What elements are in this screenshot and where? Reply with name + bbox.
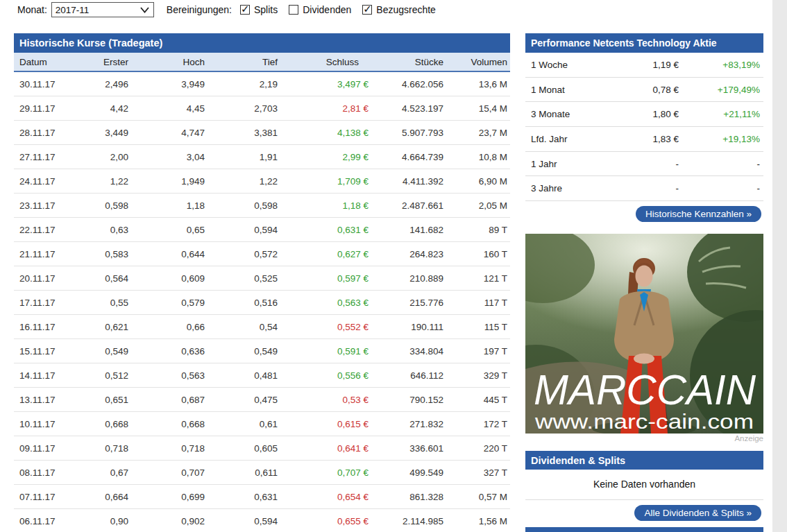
- performance-value: -: [599, 159, 679, 169]
- cell-stuecke: 215.776: [369, 298, 443, 308]
- cell-erster: 0,583: [66, 249, 128, 259]
- cell-hoch: 0,902: [128, 516, 205, 526]
- performance-period-label: 1 Jahr: [531, 159, 599, 169]
- ad-illustration: MARCCAIN www.marc-cain.com: [525, 234, 763, 434]
- cell-schluss: 0,655 €: [278, 516, 369, 526]
- column-header-tief: Tief: [205, 57, 278, 67]
- cell-schluss: 0,556 €: [278, 370, 369, 381]
- cell-datum: 17.11.17: [14, 298, 66, 308]
- table-row: 14.11.170,5120,5630,4810,556 €646.112329…: [14, 363, 510, 388]
- cell-datum: 14.11.17: [14, 370, 66, 381]
- cell-volumen: 89 T: [443, 225, 507, 235]
- performance-panel: Performance Netcents Technology Aktie 1 …: [525, 33, 763, 222]
- performance-percent: -: [679, 159, 760, 169]
- performance-period-label: 1 Monat: [531, 85, 599, 95]
- cell-schluss: 0,654 €: [278, 492, 369, 502]
- cell-volumen: 220 T: [443, 443, 507, 454]
- checkbox-dividenden[interactable]: Dividenden: [289, 4, 351, 15]
- performance-value: 1,83 €: [599, 134, 679, 144]
- cell-schluss: 0,641 €: [278, 443, 369, 454]
- cell-datum: 07.11.17: [14, 492, 66, 502]
- cell-datum: 21.11.17: [14, 249, 66, 259]
- table-row: 10.11.170,6680,6680,610,615 €271.832172 …: [14, 412, 510, 436]
- table-row: 16.11.170,6210,660,540,552 €190.111115 T: [14, 315, 510, 339]
- checkbox-unchecked-icon[interactable]: [289, 5, 298, 15]
- table-row: 09.11.170,7180,7180,6050,641 €336.601220…: [14, 436, 510, 461]
- cell-datum: 27.11.17: [14, 152, 66, 162]
- cell-erster: 0,90: [66, 516, 128, 526]
- cell-datum: 16.11.17: [14, 322, 66, 332]
- cell-schluss: 3,497 €: [278, 79, 369, 89]
- monat-select[interactable]: 2017-11: [51, 2, 154, 17]
- performance-percent: +179,49%: [679, 85, 760, 95]
- cell-volumen: 445 T: [443, 395, 507, 405]
- cell-tief: 0,594: [205, 516, 278, 526]
- monat-select-value: 2017-11: [56, 5, 90, 15]
- cell-stuecke: 264.823: [369, 249, 443, 259]
- cell-schluss: 2,81 €: [278, 103, 369, 114]
- cell-tief: 0,61: [205, 419, 278, 429]
- performance-title: Performance Netcents Technology Aktie: [525, 33, 763, 53]
- performance-period-label: 3 Jahre: [531, 183, 599, 194]
- column-header-hoch: Hoch: [128, 57, 205, 67]
- performance-period-label: 3 Monate: [531, 109, 599, 119]
- cell-stuecke: 5.907.793: [369, 128, 443, 138]
- cell-stuecke: 790.152: [369, 395, 443, 405]
- cell-tief: 0,572: [205, 249, 278, 259]
- checkbox-group: SplitsDividendenBezugsrechte: [240, 4, 447, 15]
- table-body: 30.11.172,4963,9492,193,497 €4.662.05613…: [14, 72, 510, 532]
- cell-stuecke: 861.328: [369, 492, 443, 502]
- cell-hoch: 3,04: [128, 152, 205, 162]
- cell-tief: 0,525: [205, 273, 278, 284]
- checkbox-checked-icon[interactable]: [362, 5, 372, 15]
- historische-kennzahlen-button[interactable]: Historische Kennzahlen »: [636, 206, 761, 222]
- table-row: 07.11.170,6640,6990,6310,654 €861.3280,5…: [14, 485, 510, 509]
- performance-row: 3 Monate1,80 €+21,11%: [525, 102, 763, 127]
- performance-body: 1 Woche1,19 €+83,19%1 Monat0,78 €+179,49…: [525, 53, 763, 201]
- cell-tief: 2,703: [205, 103, 278, 114]
- checkbox-checked-icon[interactable]: [240, 5, 250, 15]
- marc-cain-ad[interactable]: MARCCAIN www.marc-cain.com: [525, 234, 763, 434]
- cell-tief: 0,594: [205, 225, 278, 235]
- performance-percent: +21,11%: [679, 109, 760, 119]
- table-row: 22.11.170,630,650,5940,631 €141.68289 T: [14, 218, 510, 242]
- performance-row: 1 Woche1,19 €+83,19%: [525, 53, 763, 78]
- next-section-header-partial: [525, 527, 763, 532]
- cell-volumen: 10,8 M: [443, 152, 507, 162]
- cell-schluss: 0,591 €: [278, 346, 369, 357]
- performance-period-label: 1 Woche: [531, 60, 599, 70]
- cell-volumen: 172 T: [443, 419, 507, 429]
- cell-erster: 4,42: [66, 103, 128, 114]
- performance-row: 1 Jahr--: [525, 152, 763, 177]
- cell-volumen: 197 T: [443, 346, 507, 357]
- alle-dividenden-splits-button[interactable]: Alle Dividenden & Splits »: [634, 505, 761, 521]
- cell-hoch: 1,18: [128, 200, 205, 211]
- checkbox-splits[interactable]: Splits: [240, 4, 278, 15]
- cell-erster: 0,664: [66, 492, 128, 502]
- cell-datum: 15.11.17: [14, 346, 66, 357]
- cell-tief: 3,381: [205, 128, 278, 138]
- table-row: 23.11.170,5981,180,5981,18 €2.487.6612,0…: [14, 194, 510, 218]
- cell-stuecke: 334.804: [369, 346, 443, 357]
- performance-row: 3 Jahre--: [525, 176, 763, 201]
- dividends-panel: Dividenden & Splits Keine Daten vorhande…: [525, 451, 763, 521]
- cell-tief: 0,54: [205, 322, 278, 332]
- filter-bar: Monat: 2017-11 Bereinigungen: SplitsDivi…: [17, 1, 447, 18]
- cell-hoch: 0,718: [128, 443, 205, 454]
- performance-percent: -: [679, 183, 760, 194]
- performance-row: Lfd. Jahr1,83 €+19,13%: [525, 127, 763, 152]
- ad-brand-text: MARCCAIN: [534, 366, 756, 413]
- cell-schluss: 0,53 €: [278, 395, 369, 405]
- checkbox-bezugsrechte[interactable]: Bezugsrechte: [362, 4, 436, 15]
- cell-stuecke: 4.411.392: [369, 176, 443, 187]
- cell-volumen: 0,57 M: [443, 492, 507, 502]
- checkbox-label: Bezugsrechte: [376, 4, 436, 15]
- cell-schluss: 0,597 €: [278, 273, 369, 284]
- checkbox-label: Splits: [254, 4, 278, 15]
- cell-volumen: 160 T: [443, 249, 507, 259]
- cell-stuecke: 190.111: [369, 322, 443, 332]
- cell-hoch: 3,949: [128, 79, 205, 89]
- cell-volumen: 1,56 M: [443, 516, 507, 526]
- cell-tief: 0,549: [205, 346, 278, 357]
- cell-tief: 0,598: [205, 200, 278, 211]
